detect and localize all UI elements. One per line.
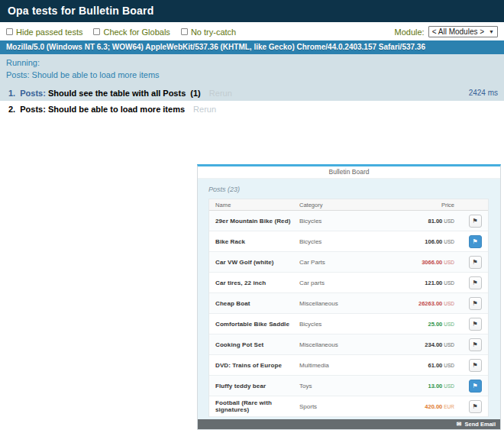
post-category: Bicycles bbox=[299, 218, 387, 225]
posts-table-body: 29er Mountain Bike (Red)Bicycles81.00USD… bbox=[209, 211, 488, 417]
flag-cell: ⚑ bbox=[462, 338, 488, 351]
posts-table: Name Category Price 29er Mountain Bike (… bbox=[208, 199, 489, 417]
app-title: Bulletin Board bbox=[198, 166, 500, 179]
table-row[interactable]: Fluffy teddy bearToys13.00USD⚑ bbox=[209, 376, 488, 396]
post-price: 81.00USD bbox=[387, 218, 462, 225]
checkbox-no-try-catch[interactable]: No try-catch bbox=[181, 27, 236, 37]
module-label: Module: bbox=[395, 27, 425, 37]
checkbox-icon[interactable] bbox=[6, 28, 13, 35]
post-price: 25.00USD bbox=[387, 321, 462, 328]
running-label: Running: bbox=[6, 57, 498, 69]
flag-icon[interactable]: ⚑ bbox=[469, 400, 482, 413]
table-row[interactable]: Comfortable Bike SaddleBicycles25.00USD⚑ bbox=[209, 314, 488, 334]
post-price: 121.00USD bbox=[387, 280, 462, 286]
flag-icon[interactable]: ⚑ bbox=[469, 256, 482, 269]
posts-panel-title: Posts (23) bbox=[208, 186, 489, 193]
post-category: Car parts bbox=[299, 280, 387, 286]
post-category: Miscellaneous bbox=[299, 300, 387, 307]
send-email-button[interactable]: Send Email bbox=[465, 421, 496, 428]
flag-cell: ⚑ bbox=[462, 276, 488, 289]
flag-icon[interactable]: ⚑ bbox=[469, 359, 482, 372]
qunit-toolbar: Hide passed tests Check for Globals No t… bbox=[0, 22, 504, 40]
post-name: Bike Rack bbox=[209, 238, 299, 245]
post-category: Bicycles bbox=[299, 321, 387, 328]
post-price: 420.00EUR bbox=[387, 403, 462, 410]
rerun-link[interactable]: Rerun bbox=[209, 89, 232, 98]
post-category: Multimedia bbox=[299, 362, 387, 369]
module-select[interactable]: < All Modules > ▼ bbox=[428, 26, 498, 37]
page-title: Opa tests for Bulletin Board bbox=[0, 0, 504, 22]
flag-cell: ⚑ bbox=[462, 215, 488, 228]
post-category: Miscellaneous bbox=[299, 341, 387, 348]
post-name: 29er Mountain Bike (Red) bbox=[209, 218, 299, 225]
checkbox-icon[interactable] bbox=[181, 28, 188, 35]
table-row[interactable]: Cooking Pot SetMiscellaneous234.00USD⚑ bbox=[209, 334, 488, 355]
table-row[interactable]: Bike RackBicycles106.00USD⚑ bbox=[209, 231, 488, 252]
test-name: Should be able to load more items bbox=[48, 105, 185, 114]
post-name: Comfortable Bike Saddle bbox=[209, 321, 299, 328]
post-name: Car VW Golf (white) bbox=[209, 259, 299, 266]
flag-cell: ⚑ bbox=[462, 359, 488, 372]
post-name: Fluffy teddy bear bbox=[209, 383, 299, 389]
checkbox-hide-passed-tests[interactable]: Hide passed tests bbox=[6, 27, 82, 37]
flag-cell: ⚑ bbox=[462, 380, 488, 393]
table-row[interactable]: DVD: Trains of EuropeMultimedia61.00USD⚑ bbox=[209, 355, 488, 376]
table-row[interactable]: Football (Rare with signatures)Sports420… bbox=[209, 396, 488, 417]
opa-app-frame: Bulletin Board Posts (23) Name Category … bbox=[197, 164, 501, 430]
test-row-running: 2. Posts: Should be able to load more it… bbox=[0, 102, 504, 118]
post-category: Car Parts bbox=[299, 259, 387, 266]
post-name: Football (Rare with signatures) bbox=[209, 399, 299, 413]
test-number: 1. bbox=[8, 89, 15, 98]
test-row-passed: 2424 ms 1. Posts: Should see the table w… bbox=[0, 86, 504, 102]
post-price: 3066.00USD bbox=[387, 259, 462, 266]
table-row[interactable]: Car VW Golf (white)Car Parts3066.00USD⚑ bbox=[209, 252, 488, 273]
post-price: 26263.00USD bbox=[387, 300, 462, 307]
flag-icon[interactable]: ⚑ bbox=[469, 297, 482, 310]
post-name: Cooking Pot Set bbox=[209, 341, 299, 348]
post-name: DVD: Trains of Europe bbox=[209, 362, 299, 369]
checkbox-label: No try-catch bbox=[191, 27, 236, 37]
test-module-name: Posts bbox=[20, 89, 43, 98]
post-category: Bicycles bbox=[299, 238, 387, 245]
test-runtime: 2424 ms bbox=[469, 89, 498, 97]
flag-cell: ⚑ bbox=[462, 318, 488, 331]
post-price: 234.00USD bbox=[387, 341, 462, 348]
checkbox-icon[interactable] bbox=[93, 28, 100, 35]
test-result-status: Running: Posts: Should be able to load m… bbox=[0, 54, 504, 86]
test-list: 2424 ms 1. Posts: Should see the table w… bbox=[0, 86, 504, 118]
flag-icon[interactable]: ⚑ bbox=[469, 318, 482, 331]
flag-icon[interactable]: ⚑ bbox=[469, 338, 482, 351]
post-price: 61.00USD bbox=[387, 362, 462, 369]
column-header-category: Category bbox=[299, 202, 387, 208]
post-name: Cheap Boat bbox=[209, 300, 299, 307]
module-select-value: < All Modules > bbox=[432, 27, 484, 36]
test-module-sep: : bbox=[43, 105, 46, 114]
chevron-down-icon: ▼ bbox=[489, 29, 494, 34]
flag-icon[interactable]: ⚑ bbox=[469, 276, 482, 289]
post-category: Sports bbox=[299, 403, 387, 410]
flag-cell: ⚑ bbox=[462, 256, 488, 269]
flag-cell: ⚑ bbox=[462, 297, 488, 310]
table-row[interactable]: 29er Mountain Bike (Red)Bicycles81.00USD… bbox=[209, 211, 488, 231]
flag-icon[interactable]: ⚑ bbox=[469, 215, 482, 228]
checkbox-check-for-globals[interactable]: Check for Globals bbox=[93, 27, 170, 37]
post-name: Car tires, 22 inch bbox=[209, 280, 299, 286]
post-price: 106.00USD bbox=[387, 238, 462, 245]
app-footer-bar: ✉ Send Email bbox=[198, 419, 500, 429]
post-price: 13.00USD bbox=[387, 383, 462, 389]
flag-icon[interactable]: ⚑ bbox=[469, 235, 482, 248]
flag-cell: ⚑ bbox=[462, 235, 488, 248]
test-module-sep: : bbox=[43, 89, 46, 98]
test-name: Should see the table with all Posts bbox=[48, 89, 186, 98]
flag-icon[interactable]: ⚑ bbox=[469, 380, 482, 393]
user-agent-bar: Mozilla/5.0 (Windows NT 6.3; WOW64) Appl… bbox=[0, 40, 504, 54]
checkbox-label: Check for Globals bbox=[103, 27, 170, 37]
test-module-name: Posts bbox=[20, 105, 43, 114]
column-header-price: Price bbox=[387, 202, 462, 208]
test-number: 2. bbox=[8, 105, 15, 114]
rerun-link[interactable]: Rerun bbox=[193, 105, 216, 114]
column-header-name: Name bbox=[209, 202, 299, 208]
table-row[interactable]: Cheap BoatMiscellaneous26263.00USD⚑ bbox=[209, 293, 488, 314]
test-counts: (1) bbox=[190, 89, 200, 98]
table-row[interactable]: Car tires, 22 inchCar parts121.00USD⚑ bbox=[209, 273, 488, 293]
